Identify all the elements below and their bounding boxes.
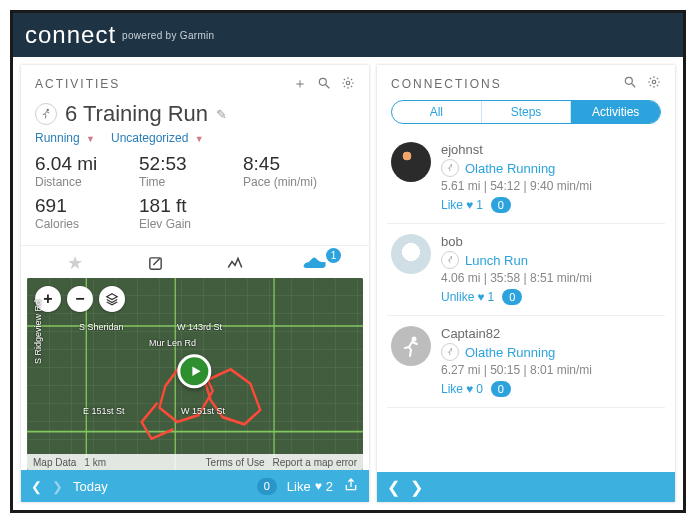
top-bar: connect powered by Garmin [13, 13, 683, 57]
zoom-out-button[interactable]: − [67, 286, 93, 312]
search-icon[interactable] [623, 75, 637, 92]
brand-byline: powered by Garmin [122, 30, 214, 41]
street-label: Mur Len Rd [149, 338, 196, 348]
stats-grid: 6.04 mi Distance 52:53 Time 8:45 Pace (m… [21, 151, 369, 245]
category-dropdown[interactable]: Uncategorized ▼ [111, 131, 204, 145]
like-count: 1 [487, 290, 494, 304]
activities-header: ACTIVITIES ＋ [21, 65, 369, 95]
running-icon [35, 103, 57, 125]
stat-time: 52:53 Time [139, 153, 215, 189]
svg-point-9 [450, 256, 452, 258]
like-count: 1 [476, 198, 483, 212]
feed-body: ejohnst Olathe Running 5.61 mi | 54:12 |… [441, 142, 661, 213]
connections-title: CONNECTIONS [391, 77, 613, 91]
comments-count[interactable]: 0 [491, 381, 511, 397]
feed-item: bob Lunch Run 4.06 mi | 35:58 | 8:51 min… [387, 224, 665, 316]
gear-icon[interactable] [647, 75, 661, 92]
tab-activities[interactable]: Activities [571, 101, 660, 123]
activity-dropdowns: Running ▼ Uncategorized ▼ [21, 131, 369, 151]
feed-username[interactable]: bob [441, 234, 661, 249]
like-button[interactable]: Like ♥ 1 [441, 198, 483, 212]
heart-icon: ♥ [477, 290, 484, 304]
activities-title: ACTIVITIES [35, 77, 283, 91]
feed-stats: 6.27 mi | 50:15 | 8:01 min/mi [441, 363, 661, 377]
gear-icon[interactable] [341, 76, 355, 93]
svg-point-5 [625, 77, 632, 84]
brand-name: connect [25, 21, 116, 49]
like-label: Like [441, 198, 463, 212]
feed-activity-link[interactable]: Olathe Running [465, 345, 555, 360]
comments-count[interactable]: 0 [502, 289, 522, 305]
feed-username[interactable]: Captain82 [441, 326, 661, 341]
tab-steps[interactable]: Steps [482, 101, 572, 123]
details-icon[interactable] [115, 255, 195, 272]
like-button[interactable]: Like ♥ 2 [287, 479, 333, 494]
edit-pencil-icon[interactable]: ✎ [216, 107, 227, 122]
columns: ACTIVITIES ＋ 6 Training Run ✎ Running [13, 57, 683, 510]
svg-point-8 [450, 164, 452, 166]
terms-link[interactable]: Terms of Use [206, 457, 265, 468]
connections-feed[interactable]: ejohnst Olathe Running 5.61 mi | 54:12 |… [377, 128, 675, 472]
feed-activity-row: Olathe Running [441, 159, 661, 177]
avatar[interactable] [391, 142, 431, 182]
next-button[interactable]: ❯ [52, 479, 63, 494]
heart-icon: ♥ [466, 382, 473, 396]
running-icon [441, 251, 459, 269]
feed-body: bob Lunch Run 4.06 mi | 35:58 | 8:51 min… [441, 234, 661, 305]
running-icon [441, 343, 459, 361]
play-button[interactable] [177, 354, 211, 388]
feed-like-row: Like ♥ 0 0 [441, 381, 661, 397]
stat-label: Time [139, 175, 215, 189]
prev-button[interactable]: ❮ [31, 479, 42, 494]
layers-button[interactable] [99, 286, 125, 312]
feed-activity-link[interactable]: Lunch Run [465, 253, 528, 268]
svg-point-10 [412, 337, 417, 342]
street-label: W 151st St [181, 406, 225, 416]
like-button[interactable]: Like ♥ 0 [441, 382, 483, 396]
type-dropdown[interactable]: Running ▼ [35, 131, 95, 145]
feed-like-row: Unlike ♥ 1 0 [441, 289, 661, 305]
svg-point-3 [47, 109, 49, 111]
feed-body: Captain82 Olathe Running 6.27 mi | 50:15… [441, 326, 661, 397]
unlike-button[interactable]: Unlike ♥ 1 [441, 290, 494, 304]
like-count: 0 [476, 382, 483, 396]
tab-all[interactable]: All [392, 101, 482, 123]
favorite-icon[interactable]: ★ [35, 252, 115, 274]
share-icon[interactable] [343, 477, 359, 496]
stat-elevgain: 181 ft Elev Gain [139, 195, 215, 231]
search-icon[interactable] [317, 76, 331, 93]
prev-button[interactable]: ❮ [387, 478, 400, 497]
feed-stats: 5.61 mi | 54:12 | 9:40 min/mi [441, 179, 661, 193]
feed-item: Captain82 Olathe Running 6.27 mi | 50:15… [387, 316, 665, 408]
gear-shoe-icon[interactable]: 1 [275, 254, 355, 272]
report-link[interactable]: Report a map error [273, 457, 357, 468]
running-icon [441, 159, 459, 177]
feed-username[interactable]: ejohnst [441, 142, 661, 157]
feed-like-row: Like ♥ 1 0 [441, 197, 661, 213]
street-label: W 143rd St [177, 322, 222, 332]
comments-count[interactable]: 0 [257, 478, 277, 495]
feed-activity-link[interactable]: Olathe Running [465, 161, 555, 176]
app-frame: connect powered by Garmin ACTIVITIES ＋ 6… [10, 10, 686, 513]
feed-activity-row: Lunch Run [441, 251, 661, 269]
stat-value: 181 ft [139, 195, 215, 217]
stat-label: Pace (min/mi) [243, 175, 319, 189]
add-icon[interactable]: ＋ [293, 75, 307, 93]
chart-icon[interactable] [195, 254, 275, 272]
stat-value: 691 [35, 195, 111, 217]
stat-value: 8:45 [243, 153, 319, 175]
type-dropdown-label: Running [35, 131, 80, 145]
avatar[interactable] [391, 234, 431, 274]
next-button[interactable]: ❯ [410, 478, 423, 497]
svg-line-6 [632, 84, 636, 88]
street-label: E 151st St [83, 406, 125, 416]
stat-value: 6.04 mi [35, 153, 111, 175]
avatar[interactable] [391, 326, 431, 366]
today-label[interactable]: Today [73, 479, 108, 494]
map[interactable]: + − S Sheridan W 143rd St Mur Len Rd S R… [27, 278, 363, 470]
connections-panel: CONNECTIONS All Steps Activities ejohnst [377, 65, 675, 502]
heart-icon: ♥ [466, 198, 473, 212]
stat-label: Calories [35, 217, 111, 231]
comments-count[interactable]: 0 [491, 197, 511, 213]
activity-name: 6 Training Run [65, 101, 208, 127]
